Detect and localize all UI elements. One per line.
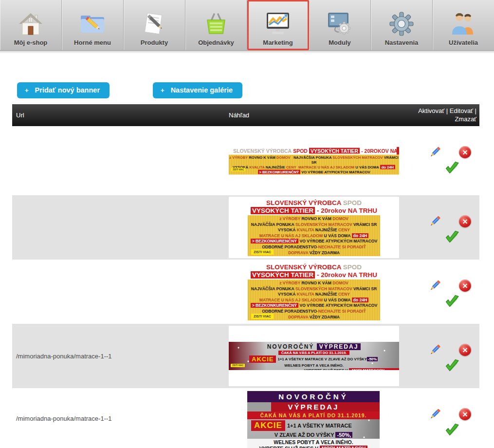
banner-text: -50%	[367, 357, 378, 361]
banner-text: NAJVÄČŠIA PONUKA	[251, 286, 294, 291]
nav-item-produkty[interactable]: Produkty	[124, 0, 185, 50]
banner-text: DOPRAVA	[288, 315, 308, 319]
delete-x-glyph: ✕	[459, 280, 471, 292]
banner-tatry-tall[interactable]: SLOVENSKÝ VÝROBCA SPOD VYSOKÝCH TATIER -…	[248, 198, 380, 257]
nav-label: Nastavenia	[385, 39, 419, 46]
banner-text: MATRACE U NÁS AJ SKLADOM	[259, 233, 323, 238]
delete-x-glyph: ✕	[459, 344, 471, 356]
banner-table: Url Náhľad Aktivovať | Editovať | Zmazať…	[12, 104, 479, 448]
add-banner-button[interactable]: + Pridať nový banner	[17, 82, 110, 98]
nav-item-uzivatelia[interactable]: Užívatelia	[433, 0, 494, 50]
banner-text: KVALITA	[297, 292, 314, 297]
banner-text: MATRACE U NÁS AJ SKLADOM	[259, 298, 323, 302]
nav-item-marketing[interactable]: Marketing	[247, 0, 309, 50]
zisti-viac-badge: ZISTI VIAC	[251, 249, 274, 255]
nav-label: Môj e-shop	[14, 39, 48, 46]
banner-text-line: V ZĽAVE AŽ DO VÝŠKY -50%,	[247, 432, 380, 438]
banner-text: CENY	[286, 165, 296, 169]
nav-label: Objednávky	[198, 39, 234, 46]
banner-text: SPOD	[343, 263, 362, 271]
delete-icon[interactable]: ✕	[459, 280, 471, 292]
edit-pencil-icon[interactable]	[428, 343, 441, 356]
row-url: /mimoriadna-ponuka/matrace-1--1	[16, 353, 112, 360]
nav-label: Marketing	[263, 39, 293, 46]
banner-novorocny-tall[interactable]: NOVOROČNÝ VÝPREDAJ ČAKÁ NA VÁS A PLATÍ D…	[247, 391, 380, 448]
banner-text: V ZĽAVE AŽ DO VÝŠKY	[274, 432, 334, 438]
banner-text: NAJVÄČŠIA PONUKA	[251, 222, 294, 227]
banner-text: CENY	[338, 227, 350, 232]
banner-text: ODBORNÉ PORADENSTVO	[262, 244, 317, 249]
activate-check-icon[interactable]	[444, 230, 459, 243]
banner-text: VYSOKÝCH TATIER	[251, 207, 315, 214]
banner-text: ROVNO K VÁM	[301, 216, 331, 221]
column-header-actions: Aktivovať | Editovať | Zmazať	[418, 107, 476, 123]
delete-icon[interactable]: ✕	[459, 408, 471, 420]
nav-item-objednavky[interactable]: Objednávky	[185, 0, 247, 50]
note-pencil-icon	[142, 9, 166, 39]
edit-pencil-icon[interactable]	[428, 215, 441, 228]
banner-text: ODBORNÉ PORADENSTVO	[262, 309, 317, 314]
banner-tatry-tall[interactable]: SLOVENSKÝ VÝROBCA SPOD VYSOKÝCH TATIER -…	[248, 262, 380, 321]
edit-pencil-icon[interactable]	[428, 146, 441, 159]
activate-check-icon[interactable]	[444, 161, 459, 174]
banner-host: SLOVENSKÝ VÝROBCA SPOD VYSOKÝCH TATIER -…	[229, 147, 399, 175]
nav-label: Užívatelia	[449, 39, 478, 46]
row-url: /mimoriadna-ponuka/matrace-1--1	[16, 414, 112, 422]
banner-text: do 24H	[380, 165, 395, 169]
banner-text: do 24H	[352, 233, 369, 238]
delete-icon[interactable]: ✕	[459, 146, 471, 158]
activate-check-icon[interactable]	[444, 294, 459, 308]
banner-text: ROVNO K VÁM	[301, 280, 331, 285]
banner-text: MORI MATRACOV	[320, 446, 367, 448]
banner-image-block: SLOVENSKÝ VÝROBCA SPOD VYSOKÝCH TATIER -…	[229, 261, 399, 322]
banner-text: VŽDY ZDARMA	[310, 315, 340, 319]
nav-item-nastavenia[interactable]: Nastavenia	[371, 0, 433, 50]
monitor-chart-icon	[264, 9, 292, 39]
banner-tatry-wide[interactable]: SLOVENSKÝ VÝROBCA SPOD VYSOKÝCH TATIER -…	[229, 147, 399, 175]
banner-text: AKCIE	[249, 355, 276, 363]
activate-check-icon[interactable]	[444, 358, 459, 372]
banner-text: NAJNIŽŠIE	[315, 227, 337, 232]
nav-item-moj-eshop[interactable]: Môj e-shop	[0, 0, 62, 50]
banner-text: ČAKÁ NA VÁS A PLATÍ DO 31.1.2019.	[278, 351, 349, 355]
banner-text: VYSOKÁ	[278, 292, 295, 297]
banner-text: - 20ROKOV NA TRHU	[361, 148, 399, 154]
column-header-url: Url	[16, 112, 24, 119]
banner-text: KVALITA	[249, 165, 265, 169]
plus-icon: +	[25, 87, 29, 94]
nav-item-moduly[interactable]: Moduly	[309, 0, 371, 50]
banner-text: > BEZKONKURENČNÝ	[258, 170, 301, 174]
delete-icon[interactable]: ✕	[459, 344, 471, 356]
column-header-actions-line2: Zmazať	[418, 115, 476, 123]
edit-pencil-icon[interactable]	[428, 408, 441, 421]
banner-text: SPOD	[293, 148, 308, 154]
banner-text: - 20rokov NA TRHU	[317, 207, 377, 214]
delete-x-glyph: ✕	[459, 215, 471, 227]
activate-check-icon[interactable]	[444, 423, 459, 436]
banner-text: NAJVÄČŠIA PONUKA	[293, 155, 331, 160]
banner-novorocny-wide[interactable]: NOVOROČNÝ VÝPREDAJ ČAKÁ NA VÁS A PLATÍ D…	[229, 342, 399, 370]
top-navigation: Môj e-shop Horné menu	[0, 0, 494, 51]
banner-host: SLOVENSKÝ VÝROBCA SPOD VYSOKÝCH TATIER -…	[229, 261, 399, 322]
banner-text: 1+1 A VŠETKY MATRACE	[287, 423, 352, 429]
column-header-preview: Náhľad	[229, 112, 249, 119]
banner-text: SPOD	[343, 199, 362, 206]
delete-icon[interactable]: ✕	[459, 215, 471, 227]
banner-text-line: VYBERTE SI UŽ DNES V MORI MATRACOV	[247, 446, 380, 448]
edit-pencil-icon[interactable]	[428, 279, 441, 292]
banner-title: SLOVENSKÝ VÝROBCA SPOD VYSOKÝCH TATIER -…	[248, 262, 380, 280]
banner-text: VÝPREDAJ	[317, 343, 361, 350]
gallery-settings-button[interactable]: + Nastavenie galérie	[153, 82, 242, 98]
zisti-viac-badge: ZISTI VIAC	[251, 314, 274, 319]
banner-text: VYSOKÝCH TATIER	[309, 148, 360, 154]
nav-item-horne-menu[interactable]: Horné menu	[62, 0, 124, 50]
banner-text: U VÁS DOMA	[324, 233, 351, 238]
banner-text: MATRACE U NÁS AJ SKLADOM	[298, 165, 354, 169]
banner-text: CENY	[338, 292, 350, 297]
banner-title: NOVOROČNÝ	[247, 391, 380, 402]
table-row: SLOVENSKÝ VÝROBCA SPOD VYSOKÝCH TATIER -…	[12, 126, 479, 195]
banner-text: do 24H	[352, 298, 369, 302]
banner-text: VO VÝROBE ATYPICKÝCH MATRACOV	[300, 239, 378, 243]
nav-shadow	[0, 51, 494, 54]
banner-text: VO VÝROBE ATYPICKÝCH MATRACOV	[300, 303, 378, 308]
